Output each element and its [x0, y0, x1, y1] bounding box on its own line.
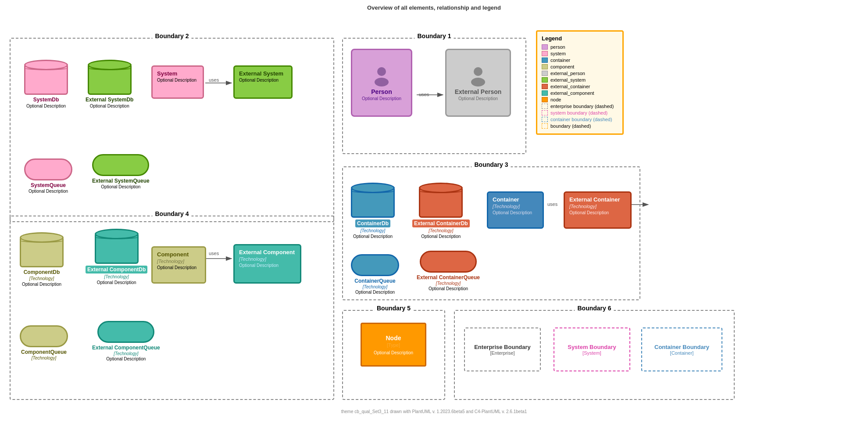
footer-text: theme cb_qual_Set3_11 drawn with PlantUM… [341, 409, 527, 414]
svg-point-5 [377, 67, 386, 76]
ext-system-desc: Optional Description [239, 78, 279, 83]
componentqueue-card: ComponentQueue [Technology] [20, 325, 68, 361]
containerdb-tech: [Technology] [361, 228, 385, 233]
legend-label-component: component [550, 64, 574, 69]
system-desc: Optional Description [157, 78, 196, 83]
enterprise-boundary-name: Enterprise Boundary [474, 344, 531, 350]
componentdb-desc: Optional Description [22, 282, 61, 287]
ext-container-desc: Optional Description [569, 210, 609, 215]
componentqueue-name: ComponentQueue [21, 349, 67, 355]
arrow-uses-b4: uses [209, 251, 219, 256]
arrow-uses-b3: uses [547, 202, 557, 207]
container-name: Container [493, 196, 519, 203]
boundary3-label: Boundary 3 [472, 161, 511, 168]
boundary6-label: Boundary 6 [575, 305, 614, 312]
systemdb-name: SystemDb [33, 97, 59, 103]
boundary5-label: Boundary 5 [374, 305, 413, 312]
ext-containerqueue-tech: [Technology] [436, 281, 461, 286]
component-desc: Optional Description [157, 265, 196, 270]
boundary1-label: Boundary 1 [414, 32, 454, 40]
ext-component-card: External Component [Technology] Optional… [233, 244, 301, 284]
systemqueue-desc: Optional Description [29, 189, 68, 194]
legend-row-boundary: boundary (dashed) [542, 123, 618, 129]
component-tech: [Technology] [157, 259, 184, 264]
componentdb-card: ComponentDb [Technology] Optional Descri… [20, 232, 64, 287]
containerdb-card: ContainerDb [Technology] Optional Descri… [351, 183, 395, 239]
container-boundary-type: [Container] [670, 350, 694, 356]
svg-point-7 [474, 67, 482, 76]
component-name: Component [157, 251, 189, 258]
ext-container-card: External Container [Technology] Optional… [564, 191, 632, 229]
system-boundary: System Boundary [System] [554, 327, 630, 371]
arrow-uses-b1: uses [419, 92, 429, 97]
ext-containerdb-shape [419, 183, 463, 218]
legend-label-ext-person: external_person [550, 71, 585, 76]
boundary4-label: Boundary 4 [152, 210, 191, 217]
ext-component-tech: [Technology] [239, 256, 266, 262]
legend-label-ext-system: external_system [550, 77, 586, 83]
ext-componentdb-name: External ComponentDb [86, 266, 147, 273]
ext-systemdb-desc: Optional Description [90, 104, 129, 108]
legend-label-cont-boundary: container boundary (dashed) [550, 117, 612, 122]
person-name: Person [371, 88, 392, 95]
legend-row-node: node [542, 97, 618, 102]
ext-systemdb-card: External SystemDb Optional Description [86, 60, 133, 108]
ext-component-desc: Optional Description [239, 263, 279, 268]
container-card: Container [Technology] Optional Descript… [487, 191, 544, 229]
arrow-uses-b2: uses [209, 77, 219, 83]
person-desc: Optional Description [362, 96, 401, 101]
ext-componentdb-shape [95, 229, 139, 264]
systemdb-desc: Optional Description [26, 104, 66, 108]
ext-systemqueue-desc: Optional Description [101, 184, 140, 189]
legend-label-sys-boundary: system boundary (dashed) [550, 110, 607, 115]
containerqueue-name: ContainerQueue [354, 278, 395, 284]
componentdb-name: ComponentDb [24, 269, 60, 275]
containerdb-shape [351, 183, 395, 218]
system-name: System [157, 70, 177, 77]
containerqueue-desc: Optional Description [355, 290, 395, 295]
legend-title: Legend [542, 35, 618, 42]
legend-label-ext-container: external_container [550, 84, 590, 89]
legend-row-ext-component: external_component [542, 90, 618, 96]
ext-system-name: External System [239, 70, 283, 77]
node-desc: Optional Description [374, 350, 413, 355]
ext-componentdb-desc: Optional Description [97, 280, 136, 285]
legend-row-system: system [542, 51, 618, 56]
node-name: Node [386, 335, 401, 342]
ext-container-name: External Container [569, 196, 620, 203]
systemdb-card: SystemDb Optional Description [24, 60, 68, 108]
systemdb-shape [24, 60, 68, 95]
diagram-area: Boundary 2 SystemDb Optional Description… [0, 14, 868, 417]
systemqueue-name: SystemQueue [31, 182, 66, 188]
legend-row-sys-boundary: system boundary (dashed) [542, 110, 618, 115]
person-card: Person Optional Description [351, 49, 412, 117]
ext-containerqueue-name: External ContainerQueue [417, 274, 480, 281]
componentdb-shape [20, 232, 64, 267]
legend-label-system: system [550, 51, 566, 56]
ext-containerdb-card: External ContainerDb [Technology] Option… [412, 183, 470, 239]
ext-systemqueue-card: External SystemQueue Optional Descriptio… [92, 154, 150, 189]
enterprise-boundary-type: [Enterprise] [490, 350, 514, 356]
ext-container-tech: [Technology] [569, 204, 597, 209]
ext-component-name: External Component [239, 249, 295, 255]
legend-row-container: container [542, 58, 618, 63]
ext-systemdb-shape [88, 60, 132, 95]
legend-row-enterprise: enterprise boundary (dashed) [542, 104, 618, 109]
legend-label-boundary: boundary (dashed) [550, 123, 591, 129]
container-tech: [Technology] [493, 204, 520, 209]
legend-label-enterprise: enterprise boundary (dashed) [550, 104, 614, 109]
enterprise-boundary: Enterprise Boundary [Enterprise] [464, 327, 541, 371]
containerdb-desc: Optional Description [353, 234, 393, 239]
system-boundary-type: [System] [582, 350, 601, 356]
containerdb-name: ContainerDb [355, 219, 390, 227]
componentdb-tech: [Technology] [29, 276, 54, 281]
legend-row-ext-container: external_container [542, 84, 618, 89]
container-boundary: Container Boundary [Container] [641, 327, 722, 371]
component-card: Component [Technology] Optional Descript… [151, 246, 206, 284]
node-card: Node [Type] Optional Description [361, 323, 426, 367]
ext-componentqueue-name: External ComponentQueue [92, 345, 160, 351]
person-icon [371, 65, 392, 86]
legend-label-container: container [550, 58, 570, 63]
containerqueue-card: ContainerQueue [Technology] Optional Des… [351, 254, 399, 295]
boundary2-label: Boundary 2 [152, 32, 191, 40]
